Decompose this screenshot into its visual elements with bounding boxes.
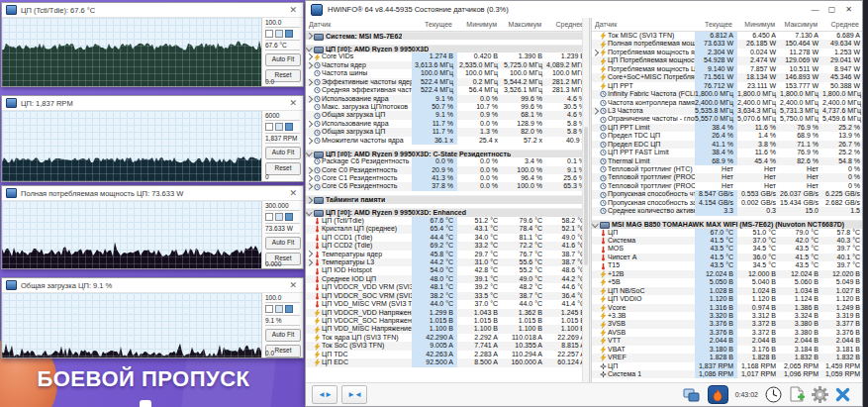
sensor-row[interactable]: Пропускная способность записи ...4.154 G… [592, 199, 862, 207]
chevron-right-icon[interactable] [306, 138, 312, 144]
graph-window-cpu-temp[interactable]: ЦП (Tctl/Tdie): 67.6 °C✕100.067.6 °CAuto… [1, 2, 304, 87]
chevron-right-icon[interactable] [592, 50, 598, 55]
sensor-row[interactable]: ЦП CCD2 (Tdie)69.2 °C33.2 °C72.2 °C41.6 … [306, 242, 589, 250]
sensor-row[interactable]: VTT2.044 В2.044 В2.044 В2.044 В [592, 337, 862, 345]
chevron-right-icon[interactable] [306, 183, 312, 189]
sensor-row[interactable]: Частоты ядер3,613.6 МГц2,535.0 МГц5,725.… [306, 61, 589, 69]
color-swatch-grid[interactable] [275, 213, 283, 221]
sensor-row[interactable]: Предел EDC ЦП41.1 %3.8 %71.1 %26.7 % [592, 141, 862, 149]
sensor-row[interactable]: Общая загрузка ЦП11.7 %1.3 %82.0 %5.8 % [306, 128, 589, 136]
section-header[interactable]: ЦП [#0]: AMD Ryzen 9 9950X3D [306, 45, 589, 52]
chevron-right-icon[interactable] [306, 175, 312, 181]
close-icon[interactable]: ✕ [287, 281, 299, 290]
graph-titlebar[interactable]: Общая загрузка ЦП: 9.1 %✕ [2, 278, 303, 293]
chevron-down-icon[interactable] [306, 45, 312, 51]
col-max[interactable]: Максимум [779, 18, 821, 31]
color-swatch-grid[interactable] [275, 305, 283, 313]
sensor-row[interactable]: Частота шины100.0 МГц100.0 МГц100.0 МГц1… [306, 69, 589, 77]
sensor-row[interactable]: ЦП VDDCR_VDD VRM (SVI3 TFN)48.1 °C39.2 °… [306, 283, 589, 291]
col-sensor[interactable]: Датчик [306, 18, 411, 31]
graph-window-cpu-fan[interactable]: ЦП: 1,837 RPM✕60001,837 RPMAuto FitReset… [1, 95, 304, 182]
sensor-row[interactable]: ЦП (Tctl/Tdie)67.6 °C51.2 °C79.6 °C58.2 … [306, 217, 589, 225]
graph-titlebar[interactable]: ЦП: 1,837 RPM✕ [2, 96, 303, 111]
sensor-row[interactable]: ЦП67.0 °C51.0 °C79.0 °C57.8 °C [592, 229, 862, 237]
col-min[interactable]: Минимум [736, 18, 779, 31]
sensor-row[interactable]: ЦП VDDCR_VDD Напряжение (SV...1.299 В1.0… [306, 309, 589, 317]
color-swatch-grid[interactable] [275, 30, 283, 38]
sensor-row[interactable]: Предел TDC ЦП26.4 %1.4 %68.9 %13.9 % [592, 132, 862, 140]
color-swatch-series[interactable] [285, 213, 293, 221]
auto-fit-button[interactable]: Auto Fit [265, 147, 301, 159]
sensor-row[interactable]: ЦП1,837 RPM1,168 RPM2,065 RPM1,459 RPM [592, 362, 862, 370]
sensor-row[interactable]: ЦП EDC92.500 A8.500 A160.000 A60.124 A [306, 358, 589, 366]
chevron-right-icon[interactable] [306, 79, 312, 85]
expand-columns-button[interactable]: ◄► [312, 385, 338, 404]
sensor-row[interactable]: ЦП NB/SoC1.028 В1.024 В1.034 В1.027 В [592, 287, 862, 295]
sensor-row[interactable]: Thermal Limit68.9 %45.4 %82.6 %54.8 % [592, 157, 862, 165]
section-header[interactable]: Система: MSI MS-7E62 [306, 32, 589, 40]
chevron-right-icon[interactable] [306, 252, 312, 257]
sensor-row[interactable]: Чипсет A41.5 °C36.0 °C41.5 °C40.1 °C [592, 254, 862, 261]
sensor-row[interactable]: Частота контроллера памяти (UC...2,400.0… [592, 99, 862, 107]
sensor-row[interactable]: Ограничение частоты - глобально5,557.0 М… [592, 115, 862, 123]
sensor-row[interactable]: Среднее количество активных ядер3.30.315… [592, 207, 862, 215]
sensor-row[interactable]: Тепловой троттлинг (PROCHOT ...НетНетНет… [592, 182, 862, 190]
sensor-row[interactable]: Использование ядра9.1 %0.0 %99.6 %4.6 % [306, 95, 589, 103]
sensor-row[interactable]: Core+SoC+MISC Потребляемая м...71.561 W1… [592, 73, 862, 81]
color-swatch-background[interactable] [265, 305, 273, 313]
chevron-right-icon[interactable] [306, 121, 312, 127]
sensor-row[interactable]: Vcore1.316 В0.974 В1.386 В1.249 В [592, 304, 862, 312]
chevron-right-icon[interactable] [306, 167, 312, 173]
sensor-row[interactable]: +3.3В3.320 В3.312 В3.324 В3.319 В [592, 312, 862, 320]
col-current[interactable]: Текущее [411, 18, 456, 31]
section-header[interactable]: Тайминги памяти [306, 195, 589, 203]
chevron-right-icon[interactable] [306, 62, 312, 68]
sensor-row[interactable]: VBAT3.180 В3.176 В3.184 В3.181 В [592, 346, 862, 354]
sensor-row[interactable]: AVSB3.376 В3.372 В3.380 В3.376 В [592, 329, 862, 337]
col-current[interactable]: Текущее [694, 18, 736, 31]
sensor-row[interactable]: Температуры ядер45.8 °C29.7 °C76.7 °C38.… [306, 251, 589, 258]
sensor-row[interactable]: ЦП VDDCR_SOC VRM (SVI3 TFN)38.2 °C33.5 °… [306, 292, 589, 300]
reset-button[interactable]: Reset [265, 162, 301, 175]
sensor-row[interactable]: ЦП VDD_MISC Напряжение (SVI3...1.100 В1.… [306, 325, 589, 333]
chevron-right-icon[interactable] [306, 197, 312, 203]
graph-window-cpu-load[interactable]: Общая загрузка ЦП: 9.1 %✕100.09.1 %Auto … [1, 277, 304, 358]
sensor-row[interactable]: ЦП VDDCR_SOC Напряжение (SV...1.015 В1.0… [306, 317, 589, 325]
sensors-icon[interactable] [683, 387, 701, 403]
sensor-row[interactable]: Эффективные частоты ядер522.4 МГц0.2 МГц… [306, 78, 589, 86]
sensor-row[interactable]: Потребляемая мощность ЦП на к...9.140 W7… [592, 65, 862, 73]
sensor-row[interactable]: Полная потребляемая мощность ...73.633 W… [592, 40, 862, 48]
sensor-row[interactable]: Среднее IOD ЦП48.0 °C39.1 °C49.0 °C44.2 … [306, 275, 589, 283]
chevron-right-icon[interactable] [592, 108, 598, 114]
sensor-row[interactable]: 3VSB3.376 В3.372 В3.380 В3.377 В [592, 320, 862, 328]
sensor-row[interactable]: Система41.5 °C37.0 °C42.0 °C40.3 °C [592, 237, 862, 245]
sensor-row[interactable]: L3 Частота5,535.8 МГц3,634.3 МГц5,731.3 … [592, 107, 862, 115]
hwinfo-titlebar[interactable]: HWiNFO® 64 v8.44-5935 Состояние датчиков… [306, 1, 862, 18]
section-header[interactable]: ЦП [#0]: AMD Ryzen 9 9950X3D: C-State Ре… [306, 150, 589, 157]
sensor-row[interactable]: ЦП TDC42.263 A2.283 A110.294 A22.257 A [306, 351, 589, 358]
sensor-row[interactable]: +12В12.024 В12.000 В12.024 В12.020 В [592, 270, 862, 278]
col-min[interactable]: Минимум [456, 18, 501, 31]
sensor-row[interactable]: ЦП IOD Hotspot54.0 °C42.8 °C55.2 °C48.6 … [306, 266, 589, 274]
col-avg[interactable]: Среднее [821, 18, 862, 31]
chevron-right-icon[interactable] [306, 53, 312, 59]
col-sensor[interactable]: Датчик [592, 18, 694, 31]
color-swatch-series[interactable] [285, 305, 293, 313]
sensor-row[interactable]: Макс. загрузка ЦП/потоков50.7 %10.7 %99.… [306, 103, 589, 111]
sensor-row[interactable]: T1543.5 °C34.5 °C43.5 °C39.7 °C [592, 261, 862, 269]
auto-fit-button[interactable]: Auto Fit [265, 53, 301, 66]
auto-fit-button[interactable]: Auto Fit [265, 329, 301, 342]
graph-titlebar[interactable]: Полная потребляемая мощность ЦП: 73.633 … [2, 186, 303, 201]
sensor-row[interactable]: ЦП Потребляемая мощность ядра...54.928 W… [592, 56, 862, 64]
color-swatch-background[interactable] [265, 123, 273, 131]
minimize-button[interactable]: — [807, 2, 823, 17]
color-swatch-series[interactable] [285, 123, 293, 131]
sensor-row[interactable]: Множители частоты ядра36.1 x25.4 x57.2 x… [306, 137, 589, 145]
sensor-row[interactable]: Package C6 Резидентность0.0 %0.0 %3.4 %0… [306, 157, 589, 165]
sensor-row[interactable]: ЦП PPT76.712 W23.111 W153.777 W50.388 W [592, 82, 862, 90]
sensor-row[interactable]: Система 11,086 RPM1,017 RPM1,096 RPM1,05… [592, 370, 862, 378]
color-swatch-grid[interactable] [275, 123, 283, 131]
close-icon[interactable]: ✕ [287, 189, 299, 198]
color-swatch-background[interactable] [265, 213, 273, 221]
sensor-row[interactable]: Infinity Fabric Частота (FCLK)1,800.0 МГ… [592, 90, 862, 98]
